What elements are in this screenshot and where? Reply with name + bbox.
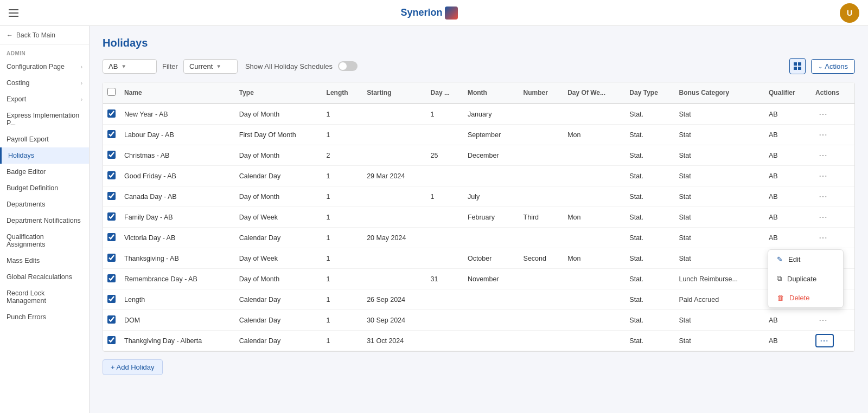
sidebar-item-label-express: Express Implementation P... (7, 112, 82, 127)
row-checkbox-1 (103, 125, 120, 145)
row-length-5: 1 (322, 207, 363, 228)
row-daytype-4: Stat. (625, 186, 674, 207)
row-number-4 (519, 186, 564, 207)
context-menu-delete[interactable]: 🗑 Delete (768, 288, 843, 307)
row-actions-dots-4[interactable]: ⋯ (815, 191, 832, 202)
row-bonus-1: Stat (674, 125, 764, 145)
row-actions-4: ⋯ (811, 186, 854, 207)
row-length-9: 1 (322, 289, 363, 310)
sidebar-item-global-recalculations[interactable]: Global Recalculations (0, 269, 89, 285)
table-row: Victoria Day - ABCalendar Day120 May 202… (103, 228, 854, 248)
row-check-input[interactable] (107, 130, 116, 138)
sidebar-item-holidays[interactable]: Holidays (0, 147, 89, 164)
table-row: Thankgiving Day - AlbertaCalendar Day131… (103, 331, 854, 351)
row-dayofweek-1: Mon (563, 125, 625, 145)
row-length-10: 1 (322, 310, 363, 331)
sidebar-item-mass-edits[interactable]: Mass Edits (0, 253, 89, 269)
sidebar-item-badge-editor[interactable]: Badge Editor (0, 164, 89, 180)
row-check-input[interactable] (107, 254, 116, 262)
row-month-3 (463, 166, 519, 186)
row-starting-10: 30 Sep 2024 (362, 310, 426, 331)
row-daytype-1: Stat. (625, 125, 674, 145)
th-2: Type (235, 82, 322, 104)
row-check-input[interactable] (107, 233, 116, 241)
sidebar-item-label-mass-edits: Mass Edits (7, 257, 40, 264)
row-qualifier-6: AB (764, 228, 811, 248)
row-actions-dots-1[interactable]: ⋯ (815, 129, 832, 140)
row-check-input[interactable] (107, 315, 116, 324)
edit-icon: ✎ (777, 255, 783, 263)
th-5: Day ... (426, 82, 463, 104)
hamburger-menu[interactable] (9, 9, 18, 17)
row-daytype-9: Stat. (625, 289, 674, 310)
row-check-input[interactable] (107, 274, 116, 282)
row-check-input[interactable] (107, 212, 116, 221)
row-check-input[interactable] (107, 109, 116, 118)
row-check-input[interactable] (107, 192, 116, 200)
row-actions-dots-5[interactable]: ⋯ (815, 211, 832, 223)
actions-button[interactable]: ⌄ Actions (811, 59, 855, 74)
row-number-3 (519, 166, 564, 186)
row-check-input[interactable] (107, 336, 116, 344)
row-length-0: 1 (322, 104, 363, 125)
top-nav: Synerion U (0, 0, 868, 26)
row-starting-0 (362, 104, 426, 125)
row-month-6 (463, 228, 519, 248)
context-menu-edit[interactable]: ✎ Edit (768, 250, 843, 269)
sidebar-section-admin: ADMIN (0, 45, 89, 59)
sidebar-item-payroll-export[interactable]: Payroll Export (0, 131, 89, 147)
province-select[interactable]: AB ▼ (103, 59, 157, 74)
row-starting-3: 29 Mar 2024 (362, 166, 426, 186)
sidebar-item-budget-definition[interactable]: Budget Definition (0, 180, 89, 196)
add-holiday-button[interactable]: + Add Holiday (103, 359, 163, 375)
row-bonus-6: Stat (674, 228, 764, 248)
row-actions-dots-3[interactable]: ⋯ (815, 170, 832, 182)
province-caret-icon: ▼ (121, 63, 126, 69)
sidebar-item-costing[interactable]: Costing› (0, 75, 89, 91)
select-all-checkbox[interactable] (107, 88, 116, 96)
row-check-input[interactable] (107, 295, 116, 303)
row-length-2: 2 (322, 145, 363, 166)
sidebar-item-dept-notifications[interactable]: Department Notifications (0, 212, 89, 229)
row-name-2: Christmas - AB (120, 145, 235, 166)
row-bonus-9: Paid Accrued (674, 289, 764, 310)
sidebar-item-export[interactable]: Export› (0, 91, 89, 107)
sidebar-item-departments[interactable]: Departments (0, 196, 89, 212)
row-name-8: Remembrance Day - AB (120, 269, 235, 289)
sidebar-item-qual-assignments[interactable]: Qualification Assignments (0, 229, 89, 253)
row-daytype-5: Stat. (625, 207, 674, 228)
row-actions-dots-10[interactable]: ⋯ (815, 314, 832, 326)
show-all-label: Show All Holiday Schedules (245, 62, 333, 70)
context-menu-duplicate[interactable]: ⧉ Duplicate (768, 269, 843, 288)
row-check-input[interactable] (107, 151, 116, 159)
row-actions-dots-6[interactable]: ⋯ (815, 232, 832, 243)
row-actions-dots-11[interactable]: ⋯ (815, 334, 834, 347)
row-month-8: November (463, 269, 519, 289)
sidebar-item-record-lock[interactable]: Record Lock Management (0, 285, 89, 309)
row-check-input[interactable] (107, 171, 116, 179)
row-name-3: Good Friday - AB (120, 166, 235, 186)
row-month-0: January (463, 104, 519, 125)
th-4: Starting (362, 82, 426, 104)
show-all-toggle[interactable] (338, 61, 358, 71)
row-day-3 (426, 166, 463, 186)
grid-icon (794, 62, 801, 70)
duplicate-icon: ⧉ (777, 274, 782, 283)
sidebar-item-configuration[interactable]: Configuration Page› (0, 59, 89, 75)
grid-view-button[interactable] (789, 58, 806, 74)
table-row: Labour Day - ABFirst Day Of Month1Septem… (103, 125, 854, 145)
sidebar-item-punch-errors[interactable]: Punch Errors (0, 309, 89, 325)
sidebar-item-express[interactable]: Express Implementation P... (0, 107, 89, 131)
row-actions-dots-0[interactable]: ⋯ (815, 108, 832, 120)
avatar[interactable]: U (840, 3, 859, 23)
row-number-0 (519, 104, 564, 125)
row-actions-dots-2[interactable]: ⋯ (815, 150, 832, 161)
back-to-main[interactable]: ← Back To Main (0, 26, 89, 45)
row-starting-5 (362, 207, 426, 228)
row-number-7: Second (519, 248, 564, 269)
row-number-11 (519, 331, 564, 351)
filter-select[interactable]: Current ▼ (183, 59, 238, 74)
sidebar-item-label-export: Export (7, 95, 26, 103)
row-name-7: Thanksgiving - AB (120, 248, 235, 269)
sidebar-item-label-record-lock: Record Lock Management (7, 289, 82, 305)
